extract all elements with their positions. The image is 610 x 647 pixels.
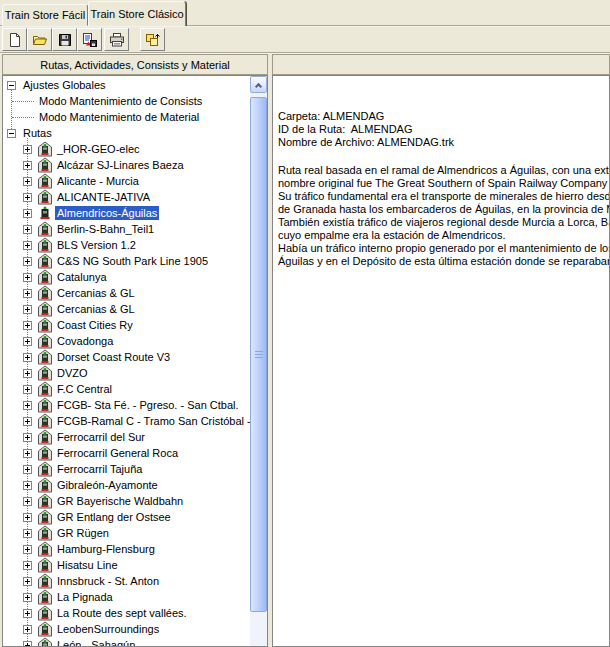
tree-item-label: LeobenSurroundings: [55, 622, 161, 636]
tree-item-label: León - Sahagún: [55, 638, 137, 646]
open-button[interactable]: [27, 28, 52, 51]
expand-icon[interactable]: [23, 609, 32, 618]
scrollbar-thumb[interactable]: [250, 97, 267, 612]
tree-item[interactable]: León - Sahagún: [3, 637, 250, 646]
expand-icon[interactable]: [23, 417, 32, 426]
tree-item[interactable]: Hamburg-Flensburg: [3, 541, 250, 557]
tree-item[interactable]: GR Rügen: [3, 525, 250, 541]
tree-item[interactable]: FCGB-Ramal C - Tramo San Cristóbal - S: [3, 413, 250, 429]
tree-item-label: _HOR-GEO-elec: [55, 142, 142, 156]
expand-icon[interactable]: [23, 641, 32, 647]
expand-icon[interactable]: [23, 625, 32, 634]
expand-icon[interactable]: [23, 497, 32, 506]
tree-item[interactable]: Cercanias & GL: [3, 301, 250, 317]
print-button[interactable]: [104, 28, 129, 51]
expand-icon[interactable]: [23, 465, 32, 474]
tree-item[interactable]: Alcázar SJ-Linares Baeza: [3, 157, 250, 173]
tree-item[interactable]: C&S NG South Park Line 1905: [3, 253, 250, 269]
expand-icon[interactable]: [23, 305, 32, 314]
tree-item[interactable]: Hisatsu Line: [3, 557, 250, 573]
toolbar-divider: [0, 52, 610, 54]
tree-item[interactable]: Almendricos-Águilas: [3, 205, 250, 221]
tree-item[interactable]: LeobenSurroundings: [3, 621, 250, 637]
expand-icon[interactable]: [23, 481, 32, 490]
tree-item[interactable]: Dorset Coast Route V3: [3, 349, 250, 365]
expand-icon[interactable]: [23, 337, 32, 346]
tree-item[interactable]: BLS Version 1.2: [3, 237, 250, 253]
expand-icon[interactable]: [23, 385, 32, 394]
tree-item[interactable]: ALICANTE-JATIVA: [3, 189, 250, 205]
tree-item[interactable]: Ferrocarril General Roca: [3, 445, 250, 461]
tree-item[interactable]: Covadonga: [3, 333, 250, 349]
tree-item[interactable]: La Route des sept vallées.: [3, 605, 250, 621]
tree-item-label: Innsbruck - St. Anton: [55, 574, 161, 588]
expand-icon[interactable]: [23, 353, 32, 362]
expand-icon[interactable]: [23, 369, 32, 378]
scroll-up-button[interactable]: [250, 76, 267, 93]
route-icon: [37, 221, 53, 237]
expand-icon[interactable]: [23, 529, 32, 538]
expand-icon[interactable]: [23, 193, 32, 202]
tree-item[interactable]: GR Entlang der Ostsee: [3, 509, 250, 525]
tree-item[interactable]: F.C Central: [3, 381, 250, 397]
expand-icon[interactable]: [23, 241, 32, 250]
tree-item[interactable]: Innsbruck - St. Anton: [3, 573, 250, 589]
tree-item-label: GR Entlang der Ostsee: [55, 510, 173, 524]
route-description-line: Su tráfico fundamental era el transporte…: [278, 190, 609, 203]
expand-icon[interactable]: [23, 545, 32, 554]
expand-icon[interactable]: [23, 289, 32, 298]
route-info: Carpeta: ALMENDAGID de la Ruta: ALMENDAG…: [278, 110, 609, 149]
tree-item[interactable]: Coast Cities Ry: [3, 317, 250, 333]
tree-item[interactable]: Rutas: [3, 125, 250, 141]
tree-item[interactable]: La Pignada: [3, 589, 250, 605]
route-icon: [37, 349, 53, 365]
expand-icon[interactable]: [23, 273, 32, 282]
new-button[interactable]: [2, 28, 27, 51]
expand-icon[interactable]: [23, 449, 32, 458]
route-icon: [37, 397, 53, 413]
tree-item-label: ALICANTE-JATIVA: [55, 190, 152, 204]
tree-item-label: Dorset Coast Route V3: [55, 350, 172, 364]
tree-item[interactable]: _HOR-GEO-elec: [3, 141, 250, 157]
tree-item[interactable]: DVZO: [3, 365, 250, 381]
route-icon: [37, 205, 53, 221]
tree-item-label: Ferrocarril General Roca: [55, 446, 180, 460]
route-icon: [37, 445, 53, 461]
expand-icon[interactable]: [23, 161, 32, 170]
tree-item-label: Alcázar SJ-Linares Baeza: [55, 158, 186, 172]
tree-item[interactable]: Gibraleón-Ayamonte: [3, 477, 250, 493]
tree-item[interactable]: Catalunya: [3, 269, 250, 285]
route-description: Ruta real basada en el ramal de Almendri…: [278, 164, 609, 268]
expand-icon[interactable]: [23, 145, 32, 154]
save-list-button[interactable]: [77, 28, 102, 51]
expand-icon[interactable]: [23, 577, 32, 586]
tree-item[interactable]: Alicante - Murcia: [3, 173, 250, 189]
tree-item[interactable]: GR Bayerische Waldbahn: [3, 493, 250, 509]
tree-item[interactable]: Modo Mantenimiento de Material: [3, 109, 250, 125]
transfer-button[interactable]: [140, 28, 165, 51]
expand-icon[interactable]: [23, 257, 32, 266]
expand-icon[interactable]: [23, 513, 32, 522]
route-detail-panel: Carpeta: ALMENDAGID de la Ruta: ALMENDAG…: [272, 75, 610, 647]
tab-train-store-facil[interactable]: Train Store Fácil: [2, 4, 88, 26]
save-button[interactable]: [52, 28, 77, 51]
collapse-icon[interactable]: [7, 129, 16, 138]
tree-item[interactable]: Modo Mantenimiento de Consists: [3, 93, 250, 109]
tree-item[interactable]: Cercanias & GL: [3, 285, 250, 301]
tree-item[interactable]: Ferrocarril Tajuña: [3, 461, 250, 477]
expand-icon[interactable]: [23, 209, 32, 218]
tab-train-store-clasico[interactable]: Train Store Clásico: [88, 1, 186, 26]
expand-icon[interactable]: [23, 225, 32, 234]
expand-icon[interactable]: [23, 177, 32, 186]
tree-scrollbar[interactable]: [250, 76, 267, 646]
expand-icon[interactable]: [23, 593, 32, 602]
expand-icon[interactable]: [23, 561, 32, 570]
tree-item[interactable]: Berlin-S-Bahn_Teil1: [3, 221, 250, 237]
expand-icon[interactable]: [23, 433, 32, 442]
expand-icon[interactable]: [23, 401, 32, 410]
tree-item[interactable]: Ferrocarril del Sur: [3, 429, 250, 445]
tree-item[interactable]: FCGB- Sta Fé. - Pgreso. - San Ctbal.: [3, 397, 250, 413]
collapse-icon[interactable]: [7, 81, 16, 90]
expand-icon[interactable]: [23, 321, 32, 330]
tree-item[interactable]: Ajustes Globales: [3, 77, 250, 93]
